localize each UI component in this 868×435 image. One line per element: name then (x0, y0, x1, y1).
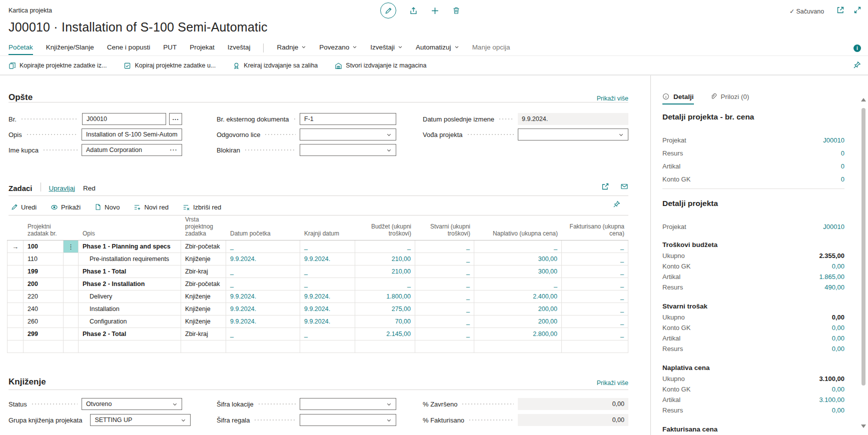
factbox-row-value[interactable]: J00010 (823, 223, 844, 230)
no-assist-button[interactable]: ··· (169, 113, 182, 125)
pin-toolbar-icon[interactable] (613, 200, 620, 208)
cell-end[interactable]: _ (300, 278, 355, 290)
cell-desc[interactable]: Configuration (79, 316, 181, 328)
cell-invoiced[interactable]: _ (562, 240, 628, 252)
cell-billable[interactable]: 300,00 (474, 266, 562, 278)
cell-start[interactable]: _ (226, 266, 300, 278)
scrollbar-thumb[interactable] (861, 108, 865, 386)
toolbar-novo[interactable]: Novo (95, 204, 120, 211)
cell-type[interactable]: Knjiženje (181, 290, 226, 302)
bin-combobox[interactable] (300, 414, 396, 426)
cell-start[interactable]: _ (226, 278, 300, 290)
info-icon[interactable]: i (853, 44, 861, 52)
cell-type[interactable]: Zbir-početak (181, 240, 226, 252)
cell-invoiced[interactable]: _ (562, 290, 628, 302)
cell-end[interactable]: 9.9.2024. (300, 303, 355, 315)
cell-end[interactable]: 9.9.2024. (300, 290, 355, 302)
factbox-row-value[interactable]: 0,00 (832, 386, 844, 393)
breadcrumb[interactable]: Kartica projekta (9, 7, 52, 14)
cell-budget[interactable]: 275,00 (355, 303, 415, 315)
cell-billable[interactable]: 2.400,00 (474, 290, 562, 302)
cell-billable[interactable]: 200,00 (474, 316, 562, 328)
row-menu-icon[interactable]: ⋮ (64, 240, 79, 252)
tab-projekat[interactable]: Projekat (190, 44, 215, 55)
pin-actionbar-icon[interactable] (853, 61, 861, 69)
cell-end[interactable]: _ (300, 328, 355, 340)
customer-input[interactable]: Adatum Corporation ··· (82, 144, 182, 156)
factbox-row-value[interactable]: 3.100,00 (819, 396, 844, 404)
factbox-row-value[interactable]: 0 (841, 162, 844, 170)
cell-desc[interactable]: Delivery (79, 290, 181, 302)
tab-po-etak[interactable]: Početak (9, 44, 33, 55)
cell-no[interactable]: 260 (24, 316, 64, 328)
cell-desc[interactable] (79, 340, 181, 352)
cell-start[interactable]: 9.9.2024. (226, 316, 300, 328)
menu-automatizuj[interactable]: Automatizuj (416, 44, 459, 55)
factbox-row-value[interactable]: 1.865,00 (819, 273, 844, 280)
factbox-row-value[interactable]: 0,00 (832, 406, 844, 414)
tab-cene-i-popusti[interactable]: Cene i popusti (107, 44, 150, 55)
cell-invoiced[interactable]: _ (562, 328, 628, 340)
no-input[interactable]: J00010 (82, 113, 166, 125)
cell-start[interactable] (226, 340, 300, 352)
blocked-combobox[interactable] (300, 144, 396, 156)
cell-start[interactable]: _ (226, 328, 300, 340)
chevron-down-icon[interactable] (386, 132, 392, 138)
cell-budget[interactable]: 210,00 (355, 253, 415, 265)
cell-end[interactable] (300, 340, 355, 352)
cell-budget[interactable]: 210,00 (355, 266, 415, 278)
posting-show-more-link[interactable]: Prikaži više (597, 380, 628, 386)
factbox-tab-detalji[interactable]: Detalji (662, 92, 694, 104)
ext-doc-input[interactable]: F-1 (300, 113, 396, 125)
responsible-combobox[interactable] (300, 128, 396, 140)
toolbar-izbri-i-red[interactable]: Izbriši red (183, 204, 221, 211)
cell-actual[interactable]: _ (415, 266, 474, 278)
description-input[interactable]: Installation of S-100 Semi-Automatic (82, 128, 182, 140)
scroll-up-arrow[interactable] (861, 98, 866, 102)
column-header-no[interactable]: Projektni zadatak br. (24, 216, 64, 240)
cell-start[interactable]: _ (226, 240, 300, 252)
cell-no[interactable]: 110 (24, 253, 64, 265)
cell-actual[interactable]: _ (415, 316, 474, 328)
cell-start[interactable]: 9.9.2024. (226, 303, 300, 315)
posting-group-combobox[interactable]: SETTING UP (90, 414, 191, 426)
cell-type[interactable]: Knjiženje (181, 316, 226, 328)
cell-end[interactable]: 9.9.2024. (300, 253, 355, 265)
cell-no[interactable] (24, 340, 64, 352)
selected-row-arrow-icon[interactable]: → (7, 240, 24, 252)
cell-invoiced[interactable]: _ (562, 303, 628, 315)
cell-desc[interactable]: Phase 2 - Total (79, 328, 181, 340)
new-button[interactable] (431, 6, 439, 15)
resize-button[interactable] (853, 6, 861, 14)
cell-start[interactable]: 9.9.2024. (226, 290, 300, 302)
factbox-tab-prilozi-0[interactable]: Prilozi (0) (710, 92, 749, 104)
cell-end[interactable]: _ (300, 240, 355, 252)
toolbar-novi-red[interactable]: Novi red (134, 204, 168, 211)
cell-billable[interactable]: _ (474, 278, 562, 290)
chevron-down-icon[interactable] (181, 418, 186, 423)
column-header-desc[interactable]: Opis (79, 216, 181, 240)
cell-actual[interactable]: _ (415, 303, 474, 315)
cell-invoiced[interactable]: _ (562, 316, 628, 328)
cell-type[interactable]: Zbir-početak (181, 278, 226, 290)
factbox-row-value[interactable]: 490,00 (824, 284, 844, 291)
cell-no[interactable]: 220 (24, 290, 64, 302)
chevron-down-icon[interactable] (618, 132, 624, 138)
share-button[interactable] (409, 6, 418, 15)
cell-type[interactable]: Knjiženje (181, 303, 226, 315)
column-header-actual[interactable]: Stvarni (ukupni troškovi) (415, 216, 474, 240)
column-header-start[interactable]: Datum početka (226, 216, 300, 240)
toolbar-prika-i[interactable]: Prikaži (51, 204, 81, 211)
cell-actual[interactable]: _ (415, 253, 474, 265)
cell-no[interactable]: 199 (24, 266, 64, 278)
cell-desc[interactable]: Pre-installation requirements (79, 253, 181, 265)
cell-desc[interactable]: Phase 1 - Planning and specs (79, 240, 181, 252)
column-header-end[interactable]: Krajnji datum (300, 216, 355, 240)
tasks-share-icon[interactable] (601, 182, 609, 190)
action-kreiraj-izdvajanje-sa-zaliha[interactable]: Kreiraj izdvajanje sa zaliha (233, 62, 318, 70)
cell-budget[interactable]: 2.145,00 (355, 328, 415, 340)
cell-type[interactable]: Zbir-kraj (181, 328, 226, 340)
customer-assist-icon[interactable]: ··· (170, 146, 178, 154)
menu-izve-taji[interactable]: Izveštaji (370, 44, 403, 55)
cell-actual[interactable]: _ (415, 240, 474, 252)
